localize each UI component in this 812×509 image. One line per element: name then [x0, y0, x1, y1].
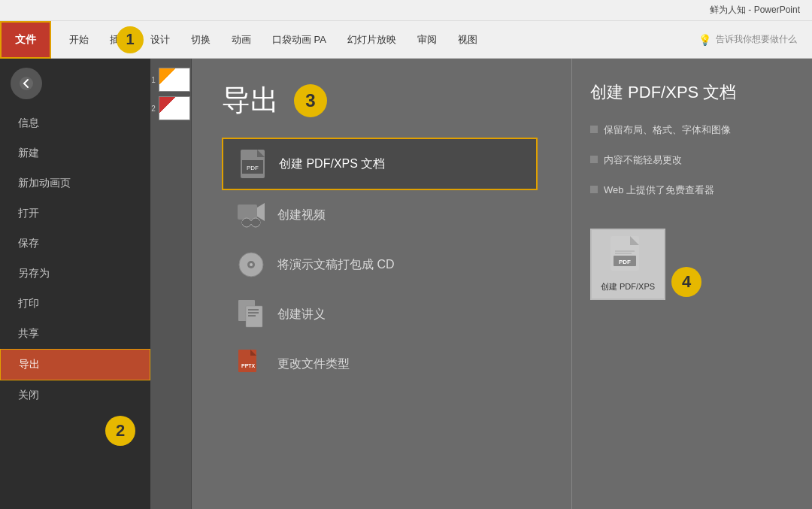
option-create-handout[interactable]: 创建讲义 [222, 289, 538, 339]
handout-icon [237, 300, 265, 329]
svg-text:PDF: PDF [619, 259, 631, 265]
option-create-video-label: 创建视频 [277, 208, 326, 223]
create-pdf-btn-label: 创建 PDF/XPS [601, 281, 655, 292]
svg-text:PDF: PDF [247, 165, 259, 171]
step1-badge: 1 [117, 26, 144, 53]
tab-pocket-pa[interactable]: 口袋动画 PA [262, 21, 337, 58]
option-create-pdf[interactable]: PDF 创建 PDF/XPS 文档 [222, 138, 538, 190]
menu-item-share[interactable]: 共享 [0, 319, 150, 349]
tab-review[interactable]: 审阅 [407, 21, 447, 58]
option-create-pdf-label: 创建 PDF/XPS 文档 [279, 156, 385, 172]
bullet-1: 保留布局、格式、字体和图像 [590, 123, 794, 137]
menu-item-open[interactable]: 打开 [0, 198, 150, 229]
svg-marker-6 [257, 203, 265, 221]
option-create-video[interactable]: 创建视频 [222, 190, 538, 240]
menu-item-new[interactable]: 新建 [0, 138, 150, 168]
title-bar: 鲜为人知 - PowerPoint [0, 0, 812, 21]
lightbulb-icon: 💡 [698, 34, 711, 46]
tab-transition[interactable]: 切换 [180, 21, 221, 58]
tab-design[interactable]: 设计 [140, 21, 180, 58]
menu-item-save[interactable]: 保存 [0, 229, 150, 259]
slide-panel: 1 2 [150, 59, 192, 509]
left-sidebar: 信息 新建 新加动画页 打开 保存 另存为 打印 共享 导出 关闭 2 [0, 59, 150, 509]
option-create-handout-label: 创建讲义 [277, 307, 326, 323]
bullet-square-2 [590, 156, 598, 163]
svg-rect-9 [242, 221, 260, 224]
menu-item-close[interactable]: 关闭 [0, 380, 150, 411]
right-panel-title: 创建 PDF/XPS 文档 [590, 81, 794, 104]
bullet-square-1 [590, 126, 598, 133]
ribbon: 文件 1 开始 插入 设计 切换 动画 口袋动画 PA 幻灯片放映 审阅 视图 … [0, 21, 812, 59]
slide-thumb-1[interactable] [159, 68, 190, 92]
option-package-cd-label: 将演示文稿打包成 CD [277, 257, 395, 273]
tab-view[interactable]: 视图 [447, 21, 488, 58]
main-layout: 信息 新建 新加动画页 打开 保存 另存为 打印 共享 导出 关闭 2 1 2 [0, 59, 812, 509]
option-change-type[interactable]: PPTX 更改文件类型 [222, 339, 538, 389]
file-tab[interactable]: 文件 [0, 21, 51, 59]
svg-point-12 [250, 263, 253, 266]
step2-badge: 2 [105, 416, 135, 446]
option-change-type-label: 更改文件类型 [277, 356, 350, 372]
export-title-text: 导出 [222, 81, 279, 120]
menu-item-info[interactable]: 信息 [0, 108, 150, 138]
ribbon-search-area: 💡 告诉我你想要做什么 [698, 33, 797, 46]
back-button[interactable] [11, 68, 42, 99]
export-title-row: 导出 3 [222, 81, 541, 120]
svg-rect-17 [248, 315, 256, 317]
export-options: PDF 创建 PDF/XPS 文档 创建视频 [222, 138, 538, 389]
cd-icon [237, 250, 265, 279]
menu-item-export[interactable]: 导出 [0, 349, 150, 380]
video-icon [237, 201, 265, 229]
step3-badge: 3 [294, 84, 327, 117]
title-text: 鲜为人知 - PowerPoint [710, 4, 800, 17]
right-panel: 创建 PDF/XPS 文档 保留布局、格式、字体和图像 内容不能轻易更改 Web… [571, 59, 812, 509]
slide-thumb-2[interactable] [159, 96, 190, 120]
tab-animation[interactable]: 动画 [221, 21, 262, 58]
slide-number-1: 1 [151, 76, 156, 84]
back-arrow-icon [20, 77, 33, 90]
tab-slideshow[interactable]: 幻灯片放映 [337, 21, 407, 58]
svg-rect-16 [248, 312, 259, 314]
step4-badge: 4 [671, 267, 701, 297]
option-package-cd[interactable]: 将演示文稿打包成 CD [222, 240, 538, 289]
menu-item-print[interactable]: 打印 [0, 289, 150, 319]
filetype-icon: PPTX [237, 350, 265, 378]
create-pdf-wrapper: PDF 创建 PDF/XPS 4 [590, 229, 794, 300]
pdf-icon: PDF [238, 150, 267, 178]
menu-item-new-slide[interactable]: 新加动画页 [0, 168, 150, 198]
tab-home[interactable]: 开始 [59, 21, 99, 58]
svg-point-0 [20, 77, 33, 90]
menu-items: 信息 新建 新加动画页 打开 保存 另存为 打印 共享 导出 关闭 [0, 108, 150, 411]
slide-number-2: 2 [151, 105, 156, 113]
svg-rect-5 [238, 205, 257, 220]
svg-text:PPTX: PPTX [241, 363, 256, 368]
create-pdf-btn-icon: PDF [611, 236, 645, 275]
menu-item-save-as[interactable]: 另存为 [0, 259, 150, 289]
search-hint: 告诉我你想要做什么 [716, 33, 797, 46]
svg-rect-15 [248, 309, 259, 311]
bullet-square-3 [590, 186, 598, 193]
create-pdf-button[interactable]: PDF 创建 PDF/XPS [590, 229, 665, 300]
bullet-3: Web 上提供了免费查看器 [590, 183, 794, 197]
bullet-2: 内容不能轻易更改 [590, 153, 794, 167]
content-area: 导出 3 PDF 创建 PDF/XPS 文档 [192, 59, 571, 509]
